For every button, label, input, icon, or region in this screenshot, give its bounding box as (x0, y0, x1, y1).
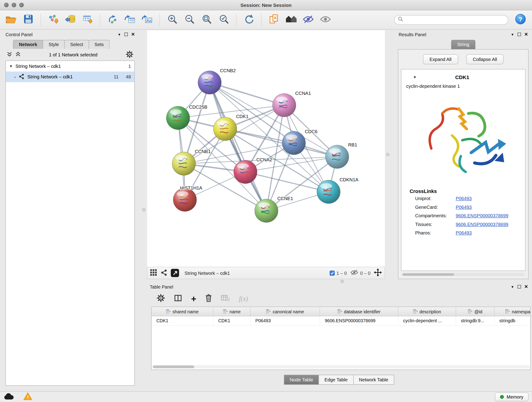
crosslink-row: Tissues: 9606.ENSP00000378699 (415, 222, 522, 227)
network-view[interactable]: CCNB2CCNA1CDC25BCDK1CDC6RB1CCNB1CCNA2CDK… (147, 30, 385, 267)
cloud-icon[interactable] (3, 393, 14, 401)
crosslinks-title: CrossLinks (410, 188, 522, 194)
float-panel-icon[interactable] (124, 33, 128, 36)
network-node[interactable]: RB1 (326, 142, 357, 168)
tab-style[interactable]: Style (43, 40, 65, 49)
column-header[interactable]: description (399, 307, 456, 316)
close-panel-icon[interactable]: × (525, 33, 528, 36)
tab-network-table[interactable]: Network Table (353, 375, 394, 385)
cell-namespace[interactable]: stringdb (495, 316, 531, 325)
collection-count: 1 (128, 64, 131, 69)
cell-canonical-name[interactable]: P06493 (251, 316, 320, 325)
warning-icon[interactable]: ! (23, 392, 32, 402)
search-box[interactable] (394, 15, 508, 25)
main-toolbar: ? (0, 10, 532, 30)
tab-network[interactable]: Network (13, 40, 43, 49)
network-collection-row[interactable]: ▼ String Network – cdk1 1 (6, 61, 134, 72)
tab-sets[interactable]: Sets (89, 40, 110, 49)
network-node[interactable]: CCNB1 (172, 149, 211, 176)
panel-menu-icon[interactable]: ▼ (118, 32, 121, 36)
panel-menu-icon[interactable]: ▼ (511, 32, 514, 36)
import-network-file-button[interactable] (46, 12, 61, 27)
expand-all-button[interactable]: Expand All (423, 54, 458, 64)
export-image-button[interactable] (139, 12, 155, 27)
collection-expand-icon[interactable]: ▼ (9, 64, 13, 68)
hidden-eye-icon[interactable] (350, 269, 358, 276)
collapse-all-icon[interactable] (7, 51, 12, 58)
column-header[interactable]: shared name (152, 307, 214, 316)
help-button[interactable]: ? (515, 14, 526, 26)
network-node[interactable]: CCNA1 (273, 91, 311, 117)
table-gear-icon[interactable] (157, 294, 165, 304)
open-in-browser-button[interactable] (171, 269, 179, 277)
cell-shared-name[interactable]: CDK1 (152, 316, 214, 325)
network-node[interactable]: HIST1H1A (173, 185, 202, 211)
add-column-icon[interactable]: + (191, 295, 196, 302)
results-scrollbar[interactable] (402, 273, 525, 276)
cell-database-identifier[interactable]: 9606.ENSP00000378699 (320, 316, 399, 325)
new-network-from-selection-button[interactable] (122, 12, 138, 27)
panel-resize-handle[interactable] (341, 280, 344, 283)
close-panel-icon[interactable]: × (525, 285, 528, 288)
zoom-selected-button[interactable] (216, 12, 231, 27)
network-node[interactable]: CDK1 (214, 114, 249, 141)
cell-id[interactable]: stringdb:9... (456, 316, 495, 325)
collapse-all-button[interactable]: Collapse All (466, 54, 504, 64)
expand-all-icon[interactable] (16, 51, 21, 58)
network-row[interactable]: ● String Network – cdk1 11 48 (6, 71, 134, 82)
columns-icon[interactable] (174, 294, 182, 303)
duplicate-page-button[interactable] (266, 12, 282, 27)
table-row[interactable]: CDK1 CDK1 P06493 9606.ENSP00000378699 cy… (152, 316, 530, 326)
tab-select[interactable]: Select (64, 40, 89, 49)
pan-crosshair-icon[interactable] (374, 269, 382, 278)
network-edge[interactable] (245, 172, 329, 192)
zoom-out-button[interactable] (182, 12, 197, 27)
zoom-fit-button[interactable] (199, 12, 214, 27)
panel-menu-icon[interactable]: ▼ (511, 285, 514, 289)
cell-name[interactable]: CDK1 (214, 316, 251, 325)
column-header[interactable]: namespace (495, 307, 531, 316)
crosslink-link[interactable]: 9606.ENSP00000378699 (456, 213, 508, 218)
refresh-button[interactable] (241, 12, 256, 27)
crosslink-link[interactable]: P06493 (456, 205, 472, 210)
column-header[interactable]: canonical name (251, 307, 320, 316)
selected-checkbox-icon[interactable] (329, 270, 335, 276)
tab-edge-table[interactable]: Edge Table (319, 375, 354, 385)
hide-selected-button[interactable] (301, 12, 316, 27)
panel-resize-handle[interactable] (142, 208, 146, 211)
zoom-in-button[interactable] (165, 12, 180, 27)
network-node[interactable]: CCNB2 (198, 68, 236, 94)
cell-description[interactable]: cyclin-dependent ... (399, 316, 456, 325)
crosslink-link[interactable]: 9606.ENSP00000378699 (456, 222, 508, 227)
network-edge[interactable] (210, 83, 266, 211)
table-horizontal-scrollbar[interactable] (152, 365, 530, 369)
protein-collapse-icon[interactable]: ▼ (413, 75, 417, 79)
column-header[interactable]: database identifier (320, 307, 399, 316)
close-panel-icon[interactable]: × (131, 33, 135, 36)
panel-resize-handle[interactable] (386, 153, 389, 156)
share-icon[interactable] (161, 269, 167, 277)
crosslink-link[interactable]: P06493 (456, 196, 472, 201)
gear-icon[interactable] (126, 51, 133, 59)
tab-string[interactable]: String (451, 40, 475, 49)
crosslink-link[interactable]: P06493 (456, 230, 472, 236)
open-session-button[interactable] (3, 12, 19, 27)
float-panel-icon[interactable] (518, 285, 521, 288)
search-input[interactable] (405, 17, 505, 22)
show-all-button[interactable] (318, 12, 333, 27)
import-table-button[interactable] (80, 12, 95, 27)
memory-button[interactable]: Memory (495, 393, 529, 401)
import-network-database-button[interactable] (63, 12, 78, 27)
float-panel-icon[interactable] (518, 33, 521, 36)
column-header[interactable]: name (214, 307, 251, 316)
tab-node-table[interactable]: Node Table (284, 375, 319, 385)
home-button[interactable] (284, 12, 299, 27)
save-session-button[interactable] (21, 12, 36, 27)
column-header[interactable]: @id (456, 307, 495, 316)
delete-column-icon[interactable] (205, 294, 212, 304)
clone-network-button[interactable] (105, 12, 120, 27)
network-graph[interactable]: CCNB2CCNA1CDC25BCDK1CDC6RB1CCNB1CCNA2CDK… (147, 30, 385, 267)
protein-name: CDK1 (417, 74, 508, 80)
network-label: String Network – cdk1 (27, 74, 73, 80)
birdseye-grid-icon[interactable] (150, 269, 157, 277)
